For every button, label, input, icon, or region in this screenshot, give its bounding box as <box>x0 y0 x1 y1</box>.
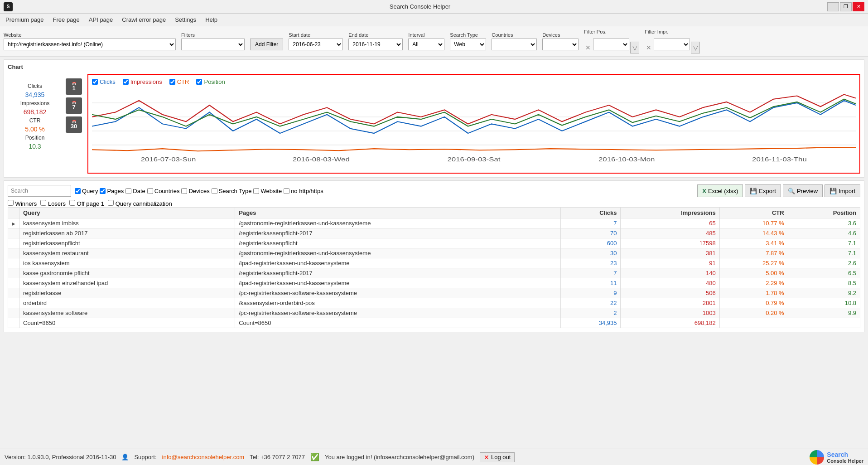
legend-impressions[interactable]: Impressions <box>123 78 162 85</box>
website-select[interactable]: http://registrierkassen-test.info/ (Onli… <box>4 39 176 50</box>
minimize-button[interactable]: ─ <box>827 2 839 11</box>
website-label: Website <box>4 32 176 38</box>
menu-crawl[interactable]: Crawl error page <box>118 15 169 25</box>
table-scroll[interactable]: Query Pages Clicks Impressions CTR Posit… <box>8 207 860 328</box>
menu-api[interactable]: API page <box>85 15 117 25</box>
col-pages[interactable]: Pages <box>235 208 561 218</box>
filter-pos-clear[interactable]: ✕ <box>584 42 592 53</box>
legend-clicks-checkbox[interactable] <box>92 79 98 85</box>
checkbox-date[interactable]: Date <box>125 188 145 194</box>
search-type-select[interactable]: Web <box>450 39 486 50</box>
checkbox-losers[interactable]: Losers <box>40 200 66 207</box>
checkbox-pages[interactable]: Pages <box>100 188 124 194</box>
impressions-label: Impressions <box>20 100 50 107</box>
col-clicks[interactable]: Clicks <box>561 208 621 218</box>
end-date-select[interactable]: 2016-11-19 <box>348 39 403 50</box>
search-type-label: Search Type <box>450 32 486 38</box>
checkbox-winners[interactable]: Winners <box>8 200 37 207</box>
legend-ctr-label: CTR <box>177 78 189 85</box>
table-row[interactable]: ios kassensystem /ipad-registrierkassen-… <box>8 258 860 268</box>
app-title: Search Console Helper <box>390 3 450 10</box>
restore-button[interactable]: ❐ <box>840 2 852 11</box>
col-impressions[interactable]: Impressions <box>621 208 719 218</box>
checkbox-searchtype[interactable]: Search Type <box>212 188 252 194</box>
footer-ctr <box>719 318 788 328</box>
row-query: kassensystem restaurant <box>19 248 235 258</box>
countries-label: Countries <box>492 32 537 38</box>
filter-impr-select[interactable] <box>654 39 690 50</box>
support-email[interactable]: info@searchconsolehelper.com <box>162 454 245 460</box>
add-filter-button[interactable]: Add Filter <box>250 39 283 50</box>
svg-text:2016-09-03-Sat: 2016-09-03-Sat <box>447 156 501 161</box>
row-arrow <box>8 258 19 268</box>
row-query: registrierkassen ab 2017 <box>19 228 235 238</box>
legend-ctr-checkbox[interactable] <box>169 79 175 85</box>
menu-help[interactable]: Help <box>202 15 221 25</box>
table-header-row: Query Pages Clicks Impressions CTR Posit… <box>8 208 860 218</box>
checkbox-nohttp[interactable]: no http/https <box>284 188 323 194</box>
title-bar: S Search Console Helper ─ ❐ ✕ <box>0 0 868 14</box>
table-row[interactable]: kasse gastronomie pflicht /registrierkas… <box>8 268 860 278</box>
checkbox-devices[interactable]: Devices <box>181 188 209 194</box>
table-row[interactable]: registrierkassen ab 2017 /registrierkass… <box>8 228 860 238</box>
col-query[interactable]: Query <box>19 208 235 218</box>
menu-free[interactable]: Free page <box>49 15 83 25</box>
table-row[interactable]: registrierkassenpflicht /registrierkasse… <box>8 238 860 248</box>
checkbox-row2: Winners Losers Off page 1 Query cannibal… <box>8 200 860 207</box>
footer-count-query: Count=8650 <box>19 318 235 328</box>
interval-group: Interval All <box>408 32 444 50</box>
cal-icon-30[interactable]: 📅30 <box>66 116 82 133</box>
row-ctr: 7.87 % <box>719 248 788 258</box>
filter-impr-clear[interactable]: ✕ <box>645 42 653 53</box>
table-row[interactable]: kassensystem restaurant /gastronomie-reg… <box>8 248 860 258</box>
table-row[interactable]: ▶ kassensystem imbiss /gastronomie-regis… <box>8 218 860 228</box>
support-label: Support: <box>134 454 156 460</box>
import-label: Import <box>839 188 855 194</box>
table-row[interactable]: kassensysteme software /pc-registrierkas… <box>8 308 860 318</box>
checkbox-cannibalization[interactable]: Query cannibalization <box>108 200 172 207</box>
checkbox-countries[interactable]: Countries <box>147 188 180 194</box>
start-date-select[interactable]: 2016-06-23 <box>289 39 343 50</box>
checkbox-query[interactable]: Query <box>75 188 98 194</box>
col-position[interactable]: Position <box>788 208 860 218</box>
preview-label: Preview <box>797 188 818 194</box>
filter-impr-icon[interactable]: ▽ <box>691 42 700 53</box>
excel-button[interactable]: X Excel (xlsx) <box>697 184 743 197</box>
table-row[interactable]: kassensystem einzelhandel ipad /ipad-reg… <box>8 278 860 288</box>
filter-pos-icon[interactable]: ▽ <box>630 42 639 53</box>
legend-position-checkbox[interactable] <box>196 79 202 85</box>
filters-select[interactable] <box>181 39 245 50</box>
col-ctr[interactable]: CTR <box>719 208 788 218</box>
row-arrow: ▶ <box>8 218 19 228</box>
export-button[interactable]: 💾 Export <box>745 184 781 197</box>
import-button[interactable]: 💾 Import <box>825 184 860 197</box>
search-console-branding: Search Console Helper <box>810 450 863 465</box>
preview-button[interactable]: 🔍 Preview <box>783 184 823 197</box>
table-row[interactable]: registrierkasse /pc-registrierkassen-sof… <box>8 288 860 298</box>
legend-position[interactable]: Position <box>196 78 225 85</box>
row-position: 8.5 <box>788 278 860 288</box>
checkbox-website[interactable]: Website <box>253 188 282 194</box>
check-icon: ✅ <box>310 453 319 461</box>
branding-line2: Console Helper <box>827 458 863 464</box>
cal-icon-1[interactable]: 📅1 <box>66 78 82 95</box>
legend-impressions-checkbox[interactable] <box>123 79 129 85</box>
logout-button[interactable]: ✕ Log out <box>480 452 515 462</box>
row-impressions: 140 <box>621 268 719 278</box>
interval-select[interactable]: All <box>408 39 444 50</box>
filter-pos-select[interactable] <box>593 39 629 50</box>
menu-settings[interactable]: Settings <box>171 15 200 25</box>
devices-select[interactable] <box>542 39 579 50</box>
branding-line1: Search <box>827 451 863 458</box>
legend-ctr[interactable]: CTR <box>169 78 189 85</box>
search-input[interactable] <box>8 185 71 197</box>
cal-icon-7[interactable]: 📅7 <box>66 97 82 114</box>
chart-stats: Clicks 34,935 Impressions 698,182 CTR 5.… <box>8 74 62 174</box>
table-row[interactable]: orderbird /kassensystem-orderbird-pos 22… <box>8 298 860 308</box>
legend-clicks[interactable]: Clicks <box>92 78 116 85</box>
row-arrow <box>8 228 19 238</box>
menu-premium[interactable]: Premium page <box>2 15 48 25</box>
checkbox-offpage1[interactable]: Off page 1 <box>69 200 104 207</box>
close-button[interactable]: ✕ <box>853 2 864 11</box>
countries-select[interactable] <box>492 39 537 50</box>
